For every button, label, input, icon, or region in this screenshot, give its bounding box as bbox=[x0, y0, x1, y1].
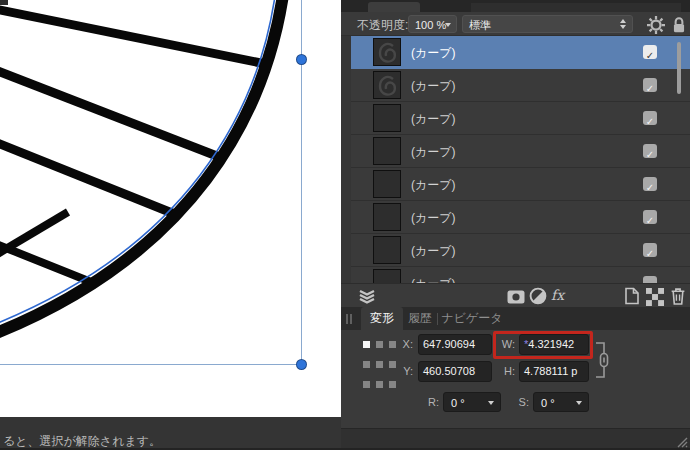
aspect-link-icon[interactable] bbox=[594, 337, 610, 383]
layer-label: (カーブ) bbox=[411, 78, 456, 95]
blend-stepper-icon bbox=[620, 19, 626, 29]
layer-thumbnail bbox=[373, 71, 401, 99]
layer-thumbnail bbox=[373, 236, 401, 264]
rotation-dropdown[interactable]: 0 ° bbox=[443, 392, 501, 412]
layers-scrollbar[interactable] bbox=[677, 42, 681, 94]
panel-tab-partial[interactable] bbox=[368, 2, 420, 12]
r-label: R: bbox=[425, 392, 439, 413]
trash-icon[interactable] bbox=[669, 287, 687, 305]
panel-tabs-partial[interactable] bbox=[471, 3, 681, 12]
layer-thumbnail bbox=[373, 38, 401, 66]
curve-thumbnail-glyph bbox=[374, 72, 400, 98]
layer-visibility-checkbox[interactable]: ✓ bbox=[643, 45, 657, 59]
check-icon: ✓ bbox=[646, 248, 654, 259]
layer-visibility-checkbox[interactable]: ✓ bbox=[643, 177, 657, 191]
blend-mode-value: 標準 bbox=[469, 17, 491, 33]
chevron-down-icon bbox=[576, 401, 582, 405]
layer-thumbnail bbox=[373, 137, 401, 165]
layer-thumbnail bbox=[373, 203, 401, 231]
layer-label: (カーブ) bbox=[411, 210, 456, 227]
layer-row[interactable]: (カーブ) ✓ bbox=[351, 267, 690, 283]
check-icon: ✓ bbox=[646, 215, 654, 226]
check-icon: ✓ bbox=[646, 50, 654, 61]
panel-grip-icon[interactable] bbox=[346, 314, 353, 324]
new-layer-icon[interactable] bbox=[623, 287, 641, 305]
h-label: H: bbox=[499, 361, 515, 382]
w-field[interactable]: *4.321942 bbox=[519, 334, 589, 355]
bottom-panel-tabs: 変形 履歴 ナビゲータ bbox=[341, 307, 690, 330]
right-panel: 不透明度: 100 % 標準 bbox=[341, 0, 690, 450]
check-icon: ✓ bbox=[646, 149, 654, 160]
selection-edge-horizontal bbox=[0, 364, 302, 365]
y-label: Y: bbox=[397, 361, 413, 382]
chevron-down-icon bbox=[445, 23, 451, 27]
tab-navigator[interactable]: ナビゲータ bbox=[441, 307, 503, 330]
check-icon: ✓ bbox=[646, 182, 654, 193]
mask-icon[interactable] bbox=[507, 288, 525, 306]
layer-label: (カーブ) bbox=[411, 45, 456, 62]
layer-visibility-checkbox[interactable]: ✓ bbox=[643, 78, 657, 92]
layer-row[interactable]: (カーブ) ✓ bbox=[351, 234, 690, 267]
layer-label: (カーブ) bbox=[411, 243, 456, 260]
check-icon: ✓ bbox=[646, 116, 654, 127]
layers-list: (カーブ) ✓ (カーブ) ✓ (カーブ) ✓ (カーブ) bbox=[341, 36, 690, 283]
layers-stack-icon[interactable] bbox=[358, 287, 376, 305]
s-label: S: bbox=[515, 392, 529, 413]
shear-value: 0 ° bbox=[541, 394, 555, 412]
selection-handle-bottom-right[interactable] bbox=[296, 359, 307, 370]
selection-handle-right-mid[interactable] bbox=[296, 54, 307, 65]
layer-label: (カーブ) bbox=[411, 144, 456, 161]
layer-label: (カーブ) bbox=[411, 177, 456, 194]
layer-label: (カーブ) bbox=[411, 276, 456, 283]
transform-panel: X: 647.90694 W: *4.321942 Y: 460.50708 H… bbox=[341, 330, 690, 428]
opacity-label: 不透明度: bbox=[357, 17, 408, 34]
app-window: ると、選択が解除されます。 不透明度: 100 % 標準 bbox=[0, 0, 690, 450]
curve-thumbnail-glyph bbox=[374, 39, 400, 65]
layer-row[interactable]: (カーブ) ✓ bbox=[351, 102, 690, 135]
layer-visibility-checkbox[interactable]: ✓ bbox=[643, 111, 657, 125]
w-label: W: bbox=[499, 334, 515, 355]
canvas-area[interactable] bbox=[0, 0, 341, 417]
layer-row[interactable]: (カーブ) ✓ bbox=[351, 36, 690, 69]
layer-visibility-checkbox[interactable]: ✓ bbox=[643, 276, 657, 283]
layer-thumbnail bbox=[373, 104, 401, 132]
wheel-drawing bbox=[0, 0, 341, 417]
opacity-dropdown[interactable]: 100 % bbox=[408, 15, 457, 33]
layer-row[interactable]: (カーブ) ✓ bbox=[351, 201, 690, 234]
adjustment-icon[interactable] bbox=[529, 287, 547, 305]
layer-row[interactable]: (カーブ) ✓ bbox=[351, 168, 690, 201]
lock-icon[interactable] bbox=[670, 16, 688, 34]
resize-handle[interactable] bbox=[674, 436, 688, 448]
pasteboard-corner bbox=[0, 0, 8, 5]
x-label: X: bbox=[397, 334, 413, 355]
chevron-down-icon bbox=[488, 401, 494, 405]
checkerboard-icon[interactable] bbox=[646, 288, 664, 306]
layer-label: (カーブ) bbox=[411, 111, 456, 128]
y-field[interactable]: 460.50708 bbox=[418, 361, 492, 382]
h-field[interactable]: 4.788111 p bbox=[519, 361, 589, 382]
layer-visibility-checkbox[interactable]: ✓ bbox=[643, 144, 657, 158]
layer-thumbnail bbox=[373, 170, 401, 198]
layer-row[interactable]: (カーブ) ✓ bbox=[351, 135, 690, 168]
layer-options-row: 不透明度: 100 % 標準 bbox=[341, 12, 690, 36]
shear-dropdown[interactable]: 0 ° bbox=[533, 392, 589, 412]
layer-row[interactable]: (カーブ) ✓ bbox=[351, 69, 690, 102]
x-field[interactable]: 647.90694 bbox=[418, 334, 492, 355]
check-icon: ✓ bbox=[646, 83, 654, 94]
opacity-value: 100 % bbox=[415, 17, 446, 33]
fx-icon[interactable]: fx bbox=[551, 286, 569, 304]
panel-bottom-strip bbox=[341, 428, 690, 450]
rotation-value: 0 ° bbox=[451, 394, 465, 412]
status-bar: ると、選択が解除されます。 bbox=[0, 417, 341, 450]
tab-transform[interactable]: 変形 bbox=[361, 307, 403, 330]
layer-visibility-checkbox[interactable]: ✓ bbox=[643, 243, 657, 257]
tab-history[interactable]: 履歴 bbox=[405, 307, 435, 330]
layers-toolbar: fx bbox=[341, 283, 690, 307]
panel-tab-strip[interactable] bbox=[341, 0, 690, 12]
gear-icon[interactable] bbox=[647, 16, 665, 34]
layer-thumbnail bbox=[373, 269, 401, 283]
tab-divider bbox=[437, 313, 438, 325]
layer-visibility-checkbox[interactable]: ✓ bbox=[643, 210, 657, 224]
blend-mode-dropdown[interactable]: 標準 bbox=[462, 15, 633, 33]
anchor-point-selector[interactable] bbox=[363, 341, 397, 389]
